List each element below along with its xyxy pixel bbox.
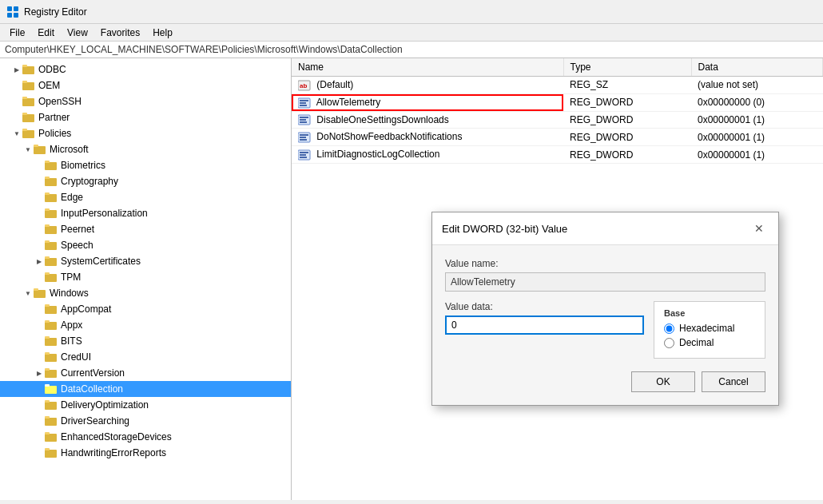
svg-rect-30 <box>45 256 50 259</box>
title-bar: Registry Editor <box>0 0 823 24</box>
col-data[interactable]: Data <box>691 58 823 77</box>
tree-label-credui: CredUI <box>61 351 91 363</box>
tree-item-appcompat[interactable]: AppCompat <box>0 301 291 317</box>
tree-label-datacollection: DataCollection <box>61 383 123 395</box>
tree-label-policies: Policies <box>38 128 71 139</box>
tree-item-microsoft[interactable]: ▼ Microsoft <box>0 141 291 157</box>
tree-item-enhancedstoragedevices[interactable]: EnhancedStorageDevices <box>0 429 291 445</box>
dword-icon <box>298 149 311 161</box>
table-row[interactable]: AllowTelemetry REG_DWORD 0x00000000 (0) <box>292 93 823 111</box>
row-disableonesettings-type: REG_DWORD <box>563 111 691 129</box>
col-name[interactable]: Name <box>292 58 563 77</box>
expander-odbc[interactable]: ▶ <box>11 64 22 75</box>
tree-item-driversearching[interactable]: DriverSearching <box>0 413 291 429</box>
svg-rect-38 <box>45 320 50 323</box>
tree-item-deliveryoptimization[interactable]: DeliveryOptimization <box>0 397 291 413</box>
tree-item-windows[interactable]: ▼ Windows <box>0 285 291 301</box>
dialog-close-button[interactable]: ✕ <box>749 219 769 238</box>
tree-item-edge[interactable]: Edge <box>0 189 291 205</box>
expander-currentversion[interactable]: ▶ <box>34 367 45 379</box>
expander-systemcertificates[interactable]: ▶ <box>34 256 45 267</box>
radio-decimal-input[interactable] <box>664 338 674 348</box>
svg-rect-18 <box>45 161 50 163</box>
svg-rect-2 <box>7 13 12 18</box>
folder-icon-oem <box>22 80 35 91</box>
value-name-text: AllowTelemetry <box>451 276 515 288</box>
tree-item-speech[interactable]: Speech <box>0 237 291 253</box>
tree-item-currentversion[interactable]: ▶ CurrentVersion <box>0 365 291 381</box>
dialog-title: Edit DWORD (32-bit) Value <box>442 223 567 235</box>
tree-item-handwritingerrorreports[interactable]: HandwritingErrorReports <box>0 445 291 461</box>
tree-label-cryptography: Cryptography <box>61 176 118 187</box>
svg-rect-46 <box>45 384 50 387</box>
tree-item-oem[interactable]: OEM <box>0 77 291 93</box>
app-icon <box>6 6 19 18</box>
svg-rect-19 <box>45 178 57 186</box>
value-data-input[interactable] <box>445 315 644 335</box>
table-row[interactable]: DisableOneSettingsDownloads REG_DWORD 0x… <box>292 111 823 129</box>
radio-decimal[interactable]: Decimal <box>664 337 755 348</box>
table-row[interactable]: LimitDiagnosticLogCollection REG_DWORD 0… <box>292 146 823 164</box>
svg-rect-12 <box>22 113 27 115</box>
svg-rect-32 <box>45 272 50 275</box>
tree-item-credui[interactable]: CredUI <box>0 349 291 365</box>
folder-icon-enhancedstoragedevices <box>45 431 58 442</box>
svg-rect-60 <box>300 105 307 106</box>
menu-edit[interactable]: Edit <box>31 26 61 40</box>
table-row[interactable]: ab (Default) REG_SZ (value not set) <box>292 77 823 94</box>
col-type[interactable]: Type <box>563 58 691 77</box>
tree-label-enhancedstoragedevices: EnhancedStorageDevices <box>61 431 172 442</box>
cancel-button[interactable]: Cancel <box>702 371 765 392</box>
svg-rect-59 <box>300 102 306 104</box>
row-donotshow-name: DoNotShowFeedbackNotifications <box>316 131 462 142</box>
menu-help[interactable]: Help <box>146 26 179 40</box>
tree-item-biometrics[interactable]: Biometrics <box>0 157 291 173</box>
tree-item-partner[interactable]: Partner <box>0 109 291 125</box>
table-row[interactable]: DoNotShowFeedbackNotifications REG_DWORD… <box>292 129 823 146</box>
tree-item-datacollection[interactable]: DataCollection <box>0 381 291 397</box>
base-section: Base Hexadecimal Decimal <box>654 301 765 359</box>
svg-rect-50 <box>45 416 50 419</box>
expander-policies[interactable]: ▼ <box>11 128 22 139</box>
expander-microsoft[interactable]: ▼ <box>22 144 34 155</box>
tree-item-cryptography[interactable]: Cryptography <box>0 173 291 189</box>
folder-icon-systemcertificates <box>45 256 58 267</box>
tree-item-bits[interactable]: BITS <box>0 333 291 349</box>
svg-rect-21 <box>45 194 57 202</box>
svg-rect-28 <box>45 240 50 243</box>
tree-item-openssh[interactable]: OpenSSH <box>0 93 291 109</box>
menu-file[interactable]: File <box>3 26 31 40</box>
tree-item-tpm[interactable]: TPM <box>0 269 291 285</box>
dialog-body: Value name: AllowTelemetry Value data: B… <box>432 245 778 405</box>
tree-item-appx[interactable]: Appx <box>0 317 291 333</box>
tree-item-peernet[interactable]: Peernet <box>0 221 291 237</box>
folder-icon-inputpersonalization <box>45 208 58 219</box>
row-default-name: (Default) <box>316 79 353 90</box>
svg-rect-7 <box>22 82 34 90</box>
menu-favorites[interactable]: Favorites <box>94 26 146 40</box>
tree-label-windows: Windows <box>50 288 89 299</box>
tree-label-bits: BITS <box>61 335 82 347</box>
svg-rect-31 <box>45 274 57 282</box>
expander-windows[interactable]: ▼ <box>22 288 34 299</box>
tree-item-policies[interactable]: ▼ Policies <box>0 125 291 141</box>
svg-rect-72 <box>300 157 307 158</box>
svg-rect-47 <box>45 402 57 410</box>
svg-rect-8 <box>22 81 27 83</box>
tree-label-microsoft: Microsoft <box>50 144 89 155</box>
svg-rect-41 <box>45 354 57 362</box>
address-path: Computer\HKEY_LOCAL_MACHINE\SOFTWARE\Pol… <box>5 44 403 55</box>
svg-rect-0 <box>7 6 12 11</box>
dialog-value-base-section: Value data: Base Hexadecimal Decimal <box>445 301 765 359</box>
menu-view[interactable]: View <box>61 26 94 40</box>
radio-hexadecimal[interactable]: Hexadecimal <box>664 323 755 334</box>
radio-decimal-label: Decimal <box>679 337 714 348</box>
ok-button[interactable]: OK <box>631 371 695 392</box>
tree-item-inputpersonalization[interactable]: InputPersonalization <box>0 205 291 221</box>
folder-icon-edge <box>45 192 58 203</box>
dialog-titlebar: Edit DWORD (32-bit) Value ✕ <box>432 212 778 245</box>
radio-hexadecimal-input[interactable] <box>664 323 674 334</box>
tree-item-systemcertificates[interactable]: ▶ SystemCertificates <box>0 253 291 269</box>
tree-item-odbc[interactable]: ▶ ODBC <box>0 62 291 77</box>
svg-rect-64 <box>300 121 307 123</box>
